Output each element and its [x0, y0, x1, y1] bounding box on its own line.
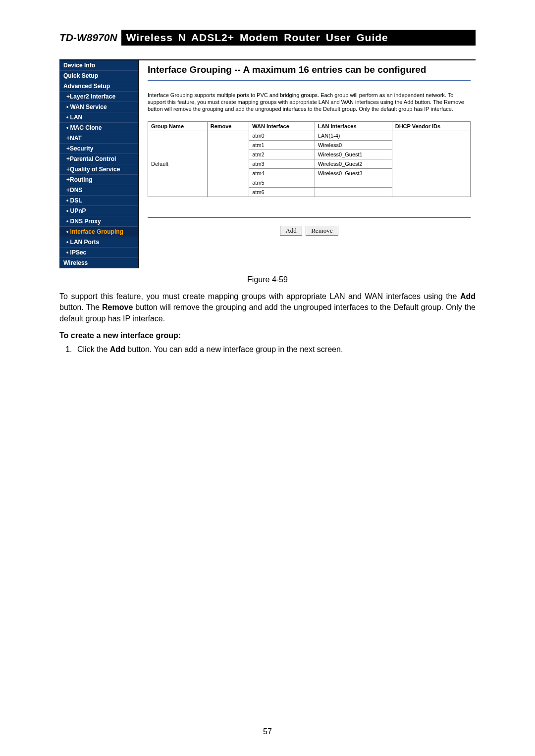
cell-lan: Wireless0_Guest3 — [315, 169, 392, 178]
cell-group-name: Default — [148, 131, 208, 197]
text: button. You can add a new interface grou… — [125, 345, 343, 353]
text: To support this feature, you must create… — [59, 292, 460, 301]
nav-item[interactable]: DSL — [59, 196, 138, 206]
divider — [148, 80, 471, 81]
cell-wan: atm1 — [249, 141, 315, 150]
cell-wan: atm0 — [249, 131, 315, 141]
panel-description: Interface Grouping supports multiple por… — [148, 92, 471, 112]
text: Click the — [77, 345, 110, 353]
nav-item[interactable]: Parental Control — [59, 154, 138, 164]
doc-ordered-list: Click the Add button. You can add a new … — [61, 345, 476, 354]
text-bold-add: Add — [460, 292, 476, 301]
cell-lan: Wireless0_Guest1 — [315, 150, 392, 159]
nav-item[interactable]: IPSec — [59, 248, 138, 258]
doc-subheading: To create a new interface group: — [59, 331, 476, 340]
nav-item[interactable]: Interface Grouping — [59, 227, 138, 237]
nav-item[interactable]: WAN Service — [59, 102, 138, 112]
nav-item[interactable]: LAN Ports — [59, 237, 138, 248]
nav-item[interactable]: MAC Clone — [59, 123, 138, 133]
cell-wan: atm3 — [249, 159, 315, 169]
content-panel: Interface Grouping -- A maximum 16 entri… — [139, 60, 476, 241]
nav-item[interactable]: Device Info — [59, 60, 138, 71]
cell-lan — [315, 188, 392, 197]
nav-item[interactable]: Quick Setup — [59, 71, 138, 81]
cell-wan: atm5 — [249, 178, 315, 188]
cell-dhcp — [392, 131, 470, 197]
col-group-name: Group Name — [148, 122, 208, 131]
cell-lan: Wireless0 — [315, 141, 392, 150]
remove-button[interactable]: Remove — [306, 226, 338, 236]
add-button[interactable]: Add — [280, 226, 302, 236]
list-item: Click the Add button. You can add a new … — [74, 345, 476, 354]
doc-header: TD-W8970N Wireless N ADSL2+ Modem Router… — [59, 30, 476, 46]
model-number: TD-W8970N — [59, 30, 121, 46]
page-number: 57 — [0, 727, 535, 736]
col-lan-interfaces: LAN Interfaces — [315, 122, 392, 131]
cell-wan: atm6 — [249, 188, 315, 197]
sidebar-nav: Device InfoQuick SetupAdvanced SetupLaye… — [59, 60, 139, 268]
cell-wan: atm4 — [249, 169, 315, 178]
figure-screenshot: Device InfoQuick SetupAdvanced SetupLaye… — [59, 59, 476, 268]
nav-item[interactable]: Layer2 Interface — [59, 92, 138, 102]
doc-paragraph: To support this feature, you must create… — [59, 291, 476, 324]
text-bold-remove: Remove — [102, 303, 133, 311]
nav-item[interactable]: Routing — [59, 175, 138, 185]
nav-item[interactable]: Wireless — [59, 258, 138, 268]
nav-item[interactable]: DNS Proxy — [59, 216, 138, 227]
col-remove: Remove — [207, 122, 249, 131]
figure-caption: Figure 4-59 — [59, 275, 476, 284]
cell-remove — [207, 131, 249, 197]
col-wan-interface: WAN Interface — [249, 122, 315, 131]
nav-item[interactable]: Advanced Setup — [59, 81, 138, 92]
cell-lan — [315, 178, 392, 188]
table-row: Defaultatm0LAN(1-4) — [148, 131, 471, 141]
text: button. The — [59, 303, 102, 311]
interface-table: Group Name Remove WAN Interface LAN Inte… — [148, 121, 471, 197]
col-dhcp-vendor-ids: DHCP Vendor IDs — [392, 122, 470, 131]
cell-lan: LAN(1-4) — [315, 131, 392, 141]
cell-wan: atm2 — [249, 150, 315, 159]
panel-title: Interface Grouping -- A maximum 16 entri… — [148, 64, 471, 75]
nav-item[interactable]: LAN — [59, 112, 138, 123]
nav-item[interactable]: UPnP — [59, 206, 138, 216]
nav-item[interactable]: Quality of Service — [59, 164, 138, 175]
button-row: Add Remove — [148, 217, 471, 236]
nav-item[interactable]: NAT — [59, 133, 138, 144]
text-bold-add: Add — [110, 345, 125, 353]
nav-item[interactable]: DNS — [59, 185, 138, 196]
nav-item[interactable]: Security — [59, 144, 138, 154]
cell-lan: Wireless0_Guest2 — [315, 159, 392, 169]
doc-title: Wireless N ADSL2+ Modem Router User Guid… — [121, 30, 476, 46]
